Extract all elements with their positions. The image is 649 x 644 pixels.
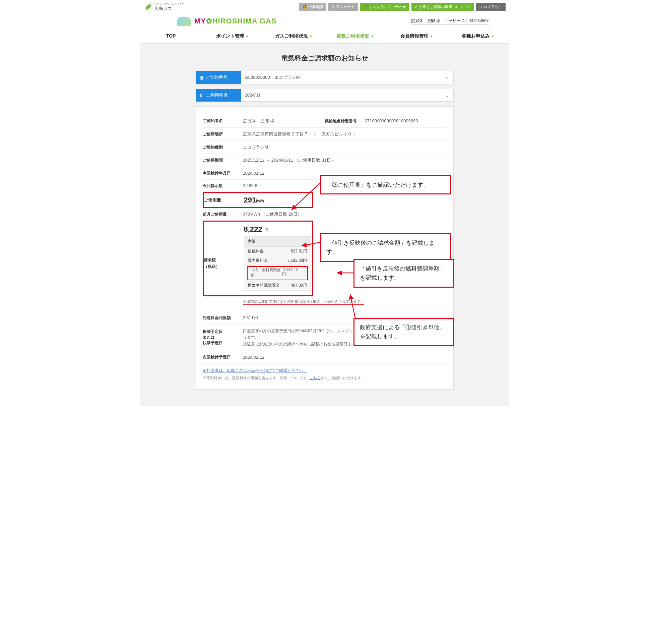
contract-select-value[interactable]: G500000000 エコプランM <box>241 71 454 84</box>
logo-tagline: いきいきガス エネルギー <box>155 2 185 6</box>
footnote: ※電気料金には、託送料金相当額を含みます。詳細については、こちらからご確認いただ… <box>203 375 447 380</box>
top-bar: いきいきガス エネルギー 広島ガス 🎁 特典確認 ✎ アンケート ❓ よくあるお… <box>140 0 509 14</box>
annotation-arrow-4 <box>348 293 358 320</box>
period-select-label: 🗓 ご利用年月 <box>196 89 241 102</box>
period-select-value[interactable]: 2024/01 <box>241 89 454 102</box>
annotation-arrow-3 <box>335 271 355 275</box>
svg-line-0 <box>292 183 320 210</box>
brand-logo[interactable]: MY✿HIROSHIMA GAS <box>177 17 277 26</box>
nav-points[interactable]: ポイント管理▼ <box>202 29 263 43</box>
privacy-button[interactable]: ✔ お客さま情報の取扱いについて <box>412 3 474 11</box>
bill-label: 請求額（税込） <box>204 236 244 291</box>
annotation-fuel: 「値引き反映後の燃料費調整額」を記載します。 <box>353 259 454 287</box>
annotation-usage: 「②ご使用量」をご確認いただけます。 <box>320 175 451 194</box>
usage-value: 291kWh <box>244 196 264 204</box>
faq-button[interactable]: ❓ よくあるお問い合わせ <box>360 3 409 11</box>
row-contractor: ご契約者名広ガス 三郎 様 供給地点特定番号071000000000001000… <box>203 115 447 128</box>
brand-icon <box>177 17 191 26</box>
bill-highlight: 8,222 円 請求額（税込） 内訳 最低料金622.91円 電力量料金7,19… <box>203 220 313 296</box>
tokuten-button[interactable]: 🎁 特典確認 <box>299 3 326 11</box>
page-title: 電気料金ご請求額のお知らせ <box>140 54 509 63</box>
svg-line-3 <box>350 294 355 318</box>
details-link[interactable]: こちら <box>310 376 321 380</box>
bd-renew: 再エネ発電賦課金407.00円 <box>244 281 311 290</box>
enquete-button[interactable]: ✎ アンケート <box>328 3 358 11</box>
logo-company-name: 広島ガス <box>155 6 185 12</box>
annotation-bill: 「値引き反映後のご請求金額」を記載します。 <box>320 233 451 261</box>
price-table-link[interactable]: ※料金表は、広島ガスホームページにてご確認ください。 <box>203 368 307 373</box>
logout-button[interactable]: ↪ ログアウト <box>476 3 506 11</box>
bill-discount-note: ※請求額は政府支援により使用量×3.5円（税込）が値引きされています。 <box>243 299 364 305</box>
annotation-unitprice: 政府支援による「①値引き単価」を記載します。 <box>353 318 454 346</box>
topbar-buttons: 🎁 特典確認 ✎ アンケート ❓ よくあるお問い合わせ ✔ お客さま情報の取扱い… <box>299 3 506 11</box>
company-logo: いきいきガス エネルギー 広島ガス <box>144 2 185 12</box>
row-prevusage: 前月ご使用量378 kWh （ご使用日数 29日） <box>203 208 447 221</box>
bill-card: ご契約者名広ガス 三郎 様 供給地点特定番号071000000000001000… <box>196 106 454 390</box>
header: MY✿HIROSHIMA GAS 広ガス 三郎 様 ユーザーID：0012345… <box>140 14 509 29</box>
contract-select[interactable]: ▦ ご契約番号 G500000000 エコプランM <box>196 71 454 84</box>
row-address: ご使用場所広島県広島市南区皆実町２丁目７－１ 広ガスビル１０１ <box>203 128 447 141</box>
period-select[interactable]: 🗓 ご利用年月 2024/01 <box>196 89 454 102</box>
main-nav: TOP ポイント管理▼ ガスご利用状況▼ 電気ご利用状況▼ 会員情報管理▼ 各種… <box>140 29 509 44</box>
annotation-arrow-1 <box>290 183 323 213</box>
bill-amount: 8,222 円 <box>244 225 268 234</box>
leaf-icon <box>144 3 153 11</box>
nav-elec[interactable]: 電気ご利用状況▼ <box>324 29 386 43</box>
bd-base: 最低料金622.91円 <box>244 247 311 256</box>
bd-energy: 電力量料金7,192.33円 <box>244 256 311 266</box>
nav-top[interactable]: TOP <box>140 29 202 43</box>
row-period: ご使用期間2023/12/12 ～ 2024/01/11 （ご使用日数 31日） <box>203 154 447 167</box>
bd-fuel-adjust: （内 燃料費調整額-2,933.43円） <box>247 266 308 280</box>
svg-line-1 <box>302 242 320 246</box>
nav-apply[interactable]: 各種お申込み▼ <box>447 29 509 43</box>
row-plan: ご契約種別エコプランM <box>203 141 447 154</box>
user-info: 広ガス 三郎 様 ユーザーID：001234567 <box>411 18 488 25</box>
contract-select-label: ▦ ご契約番号 <box>196 71 241 84</box>
row-nextmeter: 次回検針予定日2024/02/12 <box>203 351 447 364</box>
nav-gas[interactable]: ガスご利用状況▼ <box>263 29 324 43</box>
nav-member[interactable]: 会員情報管理▼ <box>386 29 447 43</box>
